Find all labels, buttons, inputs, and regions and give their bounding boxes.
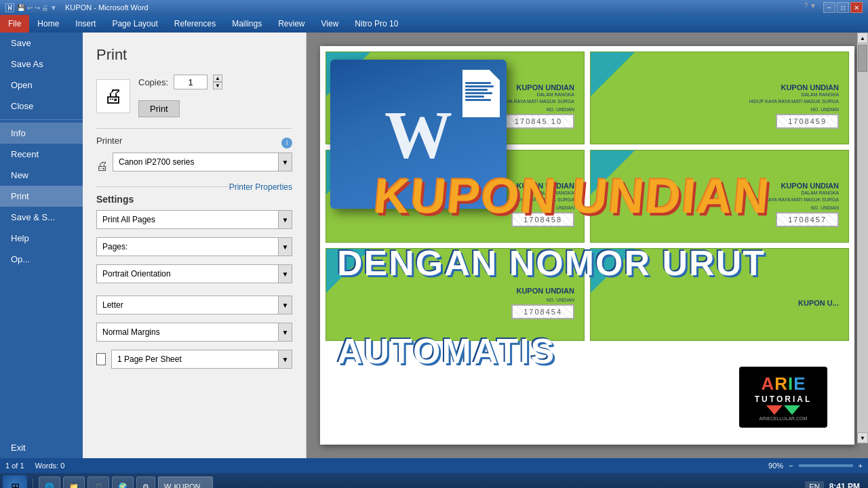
taskbar-right: EN 8:41 PM [805, 481, 865, 488]
paper-size: Letter [97, 298, 278, 312]
pages-range-dropdown[interactable]: Pages: ▼ [96, 237, 292, 256]
taskbar-settings[interactable]: ⚙ [136, 476, 155, 488]
orientation-dropdown[interactable]: Portrait Orientation ▼ [96, 264, 292, 283]
menu-open[interactable]: Open [0, 75, 83, 96]
scroll-thumb[interactable] [858, 45, 867, 72]
page-count: 1 of 1 [5, 462, 24, 470]
ie-icon: 🌐 [45, 483, 54, 489]
printer-dropdown[interactable]: Canon iP2700 series ▼ [113, 152, 292, 171]
pages-per-sheet-row: 1 Page Per Sheet ▼ [96, 350, 292, 369]
tab-nitro[interactable]: Nitro Pro 10 [347, 15, 406, 33]
copies-input[interactable] [174, 75, 208, 89]
zoom-out-icon[interactable]: − [789, 462, 793, 470]
print-button[interactable]: Print [138, 100, 180, 117]
kupon-3-undian: NO. UNDIAN [547, 205, 574, 210]
margins-dropdown[interactable]: Normal Margins ▼ [96, 323, 292, 342]
kupon-4-sub2: HIDUP KAYA RAYA MATI MASUK SURGA [749, 197, 839, 203]
menu-new[interactable]: New [0, 165, 83, 186]
print-icon[interactable]: 🖨 [96, 79, 130, 113]
doc-line-3 [465, 89, 488, 91]
pages-dropdown[interactable]: Print All Pages ▼ [96, 210, 292, 229]
margins-arrow[interactable]: ▼ [278, 323, 292, 341]
orientation-arrow[interactable]: ▼ [278, 265, 292, 283]
kupon-3-number: 1708458 [511, 212, 574, 227]
settings-icon: ⚙ [142, 483, 149, 489]
kupon-1-title: KUPON UNDIAN [516, 83, 574, 92]
kupon-4: KUPON UNDIAN DALAM RANGKA HIDUP KAYA RAY… [590, 150, 849, 243]
menu-recent[interactable]: Recent [0, 144, 83, 165]
scroll-down-btn[interactable]: ▼ [857, 432, 868, 443]
menu-info[interactable]: Info [0, 123, 83, 144]
printer-info-icon[interactable]: i [281, 138, 292, 148]
menu-help[interactable]: Help [0, 228, 83, 249]
kupon-2-sub2: HIDUP KAYA RAYA MATI MASUK SURGA [749, 98, 839, 104]
pages-per-sheet-arrow[interactable]: ▼ [278, 350, 292, 368]
tab-review[interactable]: Review [270, 15, 313, 33]
print-panel: Print 🖨 Copies: ▲ ▼ Print Printer [83, 33, 307, 458]
language-indicator[interactable]: EN [805, 481, 823, 488]
tab-view[interactable]: View [313, 15, 347, 33]
taskbar-media[interactable]: 🎵 [87, 476, 109, 488]
spinner-down[interactable]: ▼ [213, 82, 222, 89]
menu-save-as[interactable]: Save As [0, 54, 83, 75]
margins: Normal Margins [97, 325, 278, 340]
word-count: Words: 0 [35, 462, 65, 470]
kupon-3-sub1: DALAM RANGKA [536, 190, 574, 196]
spinner-up[interactable]: ▲ [213, 75, 222, 82]
paper-size-arrow[interactable]: ▼ [278, 296, 292, 314]
tab-file[interactable]: File [0, 15, 29, 33]
menu-options[interactable]: Op... [0, 249, 83, 270]
pages-range-arrow[interactable]: ▼ [278, 238, 292, 256]
kupon-4-title: KUPON UNDIAN [781, 182, 839, 190]
scroll-up-btn[interactable]: ▲ [857, 33, 868, 43]
kupon-5-undian: NO. UNDIAN [547, 298, 574, 302]
zoom-in-icon[interactable]: + [859, 462, 863, 470]
tab-page-layout[interactable]: Page Layout [104, 15, 165, 33]
menu-save[interactable]: Save [0, 33, 83, 54]
tab-insert[interactable]: Insert [67, 15, 104, 33]
word-icon: W [164, 483, 171, 488]
maximize-button[interactable]: □ [837, 2, 849, 13]
word-logo-overlay: W [330, 60, 507, 209]
tab-references[interactable]: References [166, 15, 224, 33]
time-display: 8:41 PM [829, 482, 860, 488]
taskbar-browser[interactable]: 🌍 [112, 476, 134, 488]
arie-letter-e: E [793, 373, 805, 394]
pages-dropdown-arrow[interactable]: ▼ [278, 211, 292, 228]
doc-line-4 [465, 92, 492, 94]
taskbar-explorer[interactable]: 📁 [63, 476, 85, 488]
close-button[interactable]: ✕ [850, 2, 863, 13]
quick-access[interactable]: 💾 ↩ ↪ 🖨 ▼ [17, 4, 57, 12]
arie-bars [766, 405, 800, 415]
taskbar-ie[interactable]: 🌐 [39, 476, 60, 488]
doc-line-2 [465, 85, 494, 87]
minimize-button[interactable]: − [823, 2, 835, 13]
arie-tutorial-text: TUTORIAL [755, 394, 812, 404]
menu-print[interactable]: Print [0, 186, 83, 207]
arie-name-row: A R I E [761, 373, 805, 394]
arie-tutorial-logo: A R I E TUTORIAL ARIECELLULAR.COM [739, 367, 827, 428]
vertical-scrollbar[interactable]: ▲ ▼ [857, 33, 868, 443]
clock: 8:41 PM [829, 482, 860, 488]
printer-dropdown-arrow[interactable]: ▼ [278, 153, 292, 171]
menu-save-send[interactable]: Save & S... [0, 207, 83, 228]
start-button[interactable]: ⊞ [3, 475, 27, 488]
kupon-4-number: 1708457 [776, 212, 839, 227]
menu-close[interactable]: Close [0, 96, 83, 117]
paper-size-dropdown[interactable]: Letter ▼ [96, 296, 292, 314]
printer-properties-link[interactable]: Printer Properties [229, 182, 292, 192]
zoom-slider[interactable] [799, 464, 853, 467]
arie-letter-i: I [788, 373, 793, 394]
arie-subtitle: ARIECELLULAR.COM [760, 416, 808, 421]
arie-letter-a: A [761, 373, 774, 394]
tab-mailings[interactable]: Mailings [224, 15, 270, 33]
print-title: Print [96, 46, 292, 64]
menu-exit[interactable]: Exit [0, 437, 83, 458]
copies-row: Copies: ▲ ▼ [138, 75, 222, 89]
pages-per-sheet-dropdown[interactable]: 1 Page Per Sheet ▼ [111, 350, 292, 369]
help-btn[interactable]: ? ▼ [804, 2, 816, 13]
paper-size-row: Letter ▼ [96, 296, 292, 314]
taskbar-word[interactable]: W KUPON... [158, 476, 213, 488]
kupon-5: KUPON UNDIAN NO. UNDIAN 1708454 [326, 248, 585, 341]
tab-home[interactable]: Home [29, 15, 67, 33]
